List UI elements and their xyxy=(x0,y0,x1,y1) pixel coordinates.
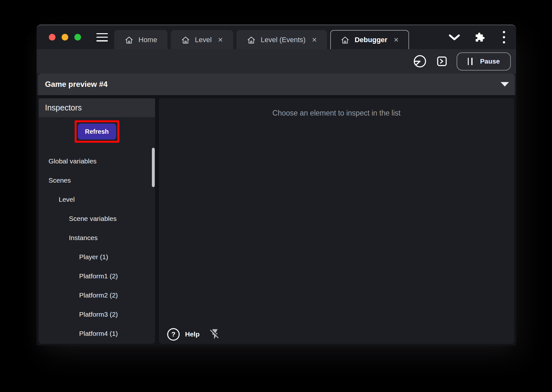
tab-strip: Home ✕ Level ✕ xyxy=(114,30,409,49)
inspectors-panel: Inspectors Refresh Global variables Scen… xyxy=(39,98,155,344)
tree-item-label: Level xyxy=(59,196,75,203)
pause-button[interactable]: Pause xyxy=(457,52,511,71)
kebab-menu-icon[interactable] xyxy=(503,31,506,43)
annotation-highlight-box: Refresh xyxy=(75,120,119,143)
window-close-button[interactable] xyxy=(49,34,56,41)
flash-off-icon[interactable] xyxy=(209,328,221,340)
tree-item-label: Platform3 (2) xyxy=(79,311,118,318)
help-label[interactable]: Help xyxy=(185,330,200,338)
tree-item-label: Global variables xyxy=(48,157,97,165)
tree-item-platform3-2[interactable]: Platform3 (2) xyxy=(39,305,155,324)
tree-item-platform1-2[interactable]: Platform1 (2) xyxy=(39,267,155,286)
tree-item-label: Scene variables xyxy=(69,215,116,222)
tree-item-level[interactable]: Level xyxy=(39,190,155,209)
tree-item-scene-variables[interactable]: Scene variables xyxy=(39,209,155,228)
tree-item-label: Instances xyxy=(69,234,98,241)
tab-close-icon[interactable]: ✕ xyxy=(216,37,223,43)
refresh-button[interactable]: Refresh xyxy=(78,124,116,139)
profiler-gauge-icon[interactable] xyxy=(413,54,427,69)
inspector-detail-panel: Choose an element to inspect in the list… xyxy=(159,98,514,344)
home-icon xyxy=(247,35,256,45)
inspectors-title: Inspectors xyxy=(45,103,82,112)
tab-label: Level (Events) xyxy=(261,36,306,44)
tree-item-scenes[interactable]: Scenes xyxy=(39,171,155,190)
help-row: ? Help xyxy=(167,328,221,341)
debugger-toolbar: Pause xyxy=(37,49,516,73)
app-window: Home ✕ Level ✕ xyxy=(37,25,516,345)
tree-item-label: Platform4 (1) xyxy=(79,330,118,337)
tab-label: Debugger xyxy=(354,36,387,44)
tab-debugger[interactable]: Debugger ✕ xyxy=(330,30,409,49)
tree-item-label: Platform2 (2) xyxy=(79,291,118,299)
inspectors-header: Inspectors xyxy=(39,98,155,117)
tree-item-instances[interactable]: Instances xyxy=(39,228,155,247)
chevron-down-icon[interactable] xyxy=(449,34,460,41)
tab-level-events[interactable]: Level (Events) ✕ xyxy=(236,30,327,49)
puzzle-extension-icon[interactable] xyxy=(475,32,485,42)
scrollbar-thumb[interactable] xyxy=(152,148,155,187)
tab-level[interactable]: Level ✕ xyxy=(171,30,233,49)
tab-label: Level xyxy=(195,36,212,44)
screen: Home ✕ Level ✕ xyxy=(0,0,552,392)
main-menu-icon[interactable] xyxy=(96,33,108,41)
game-preview-header[interactable]: Game preview #4 xyxy=(38,73,515,95)
home-icon xyxy=(181,35,190,45)
caret-down-icon[interactable] xyxy=(501,82,509,87)
empty-state-message: Choose an element to inspect in the list xyxy=(159,109,514,117)
tree-item-platform4-1[interactable]: Platform4 (1) xyxy=(39,324,155,343)
console-icon[interactable] xyxy=(436,55,448,68)
window-zoom-button[interactable] xyxy=(74,34,81,41)
game-preview-title: Game preview #4 xyxy=(45,80,108,89)
tab-close-icon[interactable]: ✕ xyxy=(392,37,399,43)
tab-label: Home xyxy=(138,36,157,44)
debugger-content: Inspectors Refresh Global variables Scen… xyxy=(37,95,516,345)
pause-icon xyxy=(468,58,473,65)
tree-item-global-variables[interactable]: Global variables xyxy=(39,152,155,171)
tree-item-label: Player (1) xyxy=(79,253,108,260)
tree-item-label: Platform1 (2) xyxy=(79,272,118,280)
tree-item-platform2-2[interactable]: Platform2 (2) xyxy=(39,286,155,305)
tree-item-player-1[interactable]: Player (1) xyxy=(39,247,155,267)
home-icon xyxy=(124,35,134,45)
home-icon xyxy=(340,35,350,45)
tab-bar: Home ✕ Level ✕ xyxy=(37,25,516,49)
tab-home[interactable]: Home ✕ xyxy=(114,30,168,49)
pause-label: Pause xyxy=(480,57,500,65)
tab-close-icon[interactable]: ✕ xyxy=(310,37,317,43)
help-circle-icon[interactable]: ? xyxy=(167,328,180,341)
window-minimize-button[interactable] xyxy=(62,34,68,41)
traffic-lights xyxy=(49,34,81,41)
tree-item-label: Scenes xyxy=(48,177,71,184)
